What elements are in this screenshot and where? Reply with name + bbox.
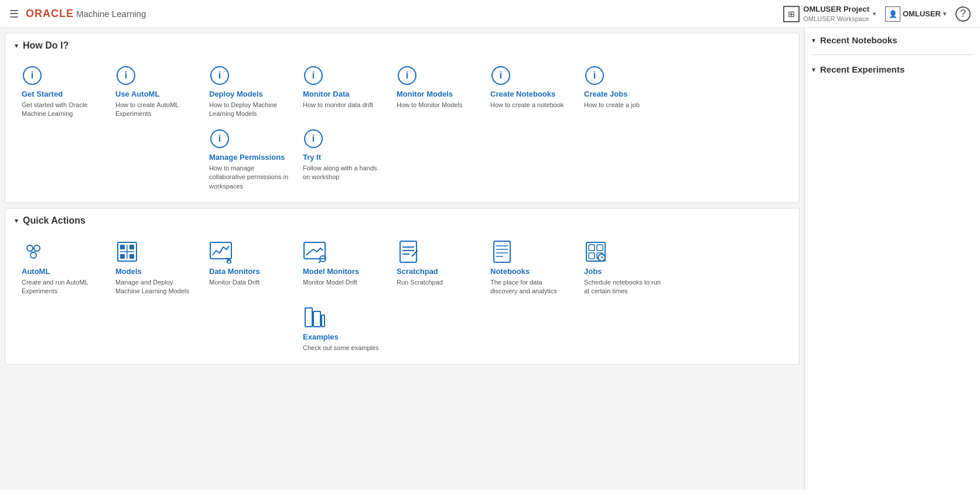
info-icon: i <box>584 65 605 86</box>
svg-point-0 <box>27 245 33 251</box>
how-item-deploy-models[interactable]: i Deploy Models How to Deploy Machine Le… <box>202 60 296 124</box>
project-icon: ⊞ <box>783 6 800 22</box>
how-item-title: Create Jobs <box>584 90 627 98</box>
sidebar-divider <box>812 54 973 55</box>
qa-item-title: Model Monitors <box>303 267 359 276</box>
how-item-get-started[interactable]: i Get Started Get started with Oracle Ma… <box>15 60 108 124</box>
how-item-desc: How to manage collaborative permissions … <box>209 164 289 191</box>
how-item-create-jobs[interactable]: i Create Jobs How to create a job <box>577 60 671 124</box>
project-chevron-icon: ▾ <box>873 11 876 17</box>
how-item-monitor-data[interactable]: i Monitor Data How to monitor data drift <box>296 60 390 124</box>
data-monitors-icon <box>209 240 233 263</box>
qa-item-automl[interactable]: AutoML Create and run AutoML Experiments <box>15 235 108 301</box>
help-button[interactable]: ? <box>955 6 971 22</box>
qa-item-desc: Monitor Data Drift <box>209 278 259 287</box>
qa-item-data-monitors[interactable]: Data Monitors Monitor Data Drift <box>202 235 296 301</box>
recent-notebooks-header[interactable]: ▾ Recent Notebooks <box>812 35 973 45</box>
svg-point-1 <box>34 245 40 251</box>
svg-rect-31 <box>589 253 595 259</box>
project-name: OMLUSER Project <box>803 5 869 15</box>
qa-item-notebooks[interactable]: Notebooks The place for data discovery a… <box>483 235 577 301</box>
qa-item-desc: Check out some examples <box>303 344 379 352</box>
how-item-title: Create Notebooks <box>490 90 555 98</box>
brand: ORACLE Machine Learning <box>26 8 146 20</box>
quick-actions-header[interactable]: ▾ Quick Actions <box>15 215 790 226</box>
spacer2 <box>15 301 296 357</box>
how-item-desc: How to monitor data drift <box>303 101 373 109</box>
qa-item-desc: Run Scratchpad <box>397 278 443 287</box>
how-do-i-title: How Do I? <box>23 40 69 51</box>
collapse-icon: ▾ <box>15 42 18 50</box>
svg-rect-29 <box>589 245 595 251</box>
header-left: ☰ ORACLE Machine Learning <box>9 8 146 20</box>
info-icon: i <box>209 128 230 149</box>
svg-rect-38 <box>322 315 325 327</box>
how-item-title: Monitor Models <box>397 90 453 98</box>
project-workspace: OMLUSER Workspace <box>803 15 869 23</box>
user-chevron-icon: ▾ <box>943 11 946 17</box>
how-item-desc: How to Monitor Models <box>397 101 463 109</box>
sidebar: ▾ Recent Notebooks ▾ Recent Experiments <box>804 28 980 490</box>
qa-item-desc: Create and run AutoML Experiments <box>22 278 101 296</box>
qa-item-title: Jobs <box>584 267 602 276</box>
svg-rect-37 <box>313 311 320 327</box>
how-item-title: Use AutoML <box>115 90 159 98</box>
qa-item-desc: Manage and Deploy Machine Learning Model… <box>115 278 195 296</box>
qa-item-title: AutoML <box>22 267 50 276</box>
how-item-try-it[interactable]: i Try It Follow along with a hands on wo… <box>296 124 390 196</box>
qa-item-desc: Monitor Model Drift <box>303 278 357 287</box>
user-name: OMLUSER <box>903 9 941 18</box>
info-icon: i <box>115 65 136 86</box>
user-icon: 👤 <box>885 6 900 22</box>
header: ☰ ORACLE Machine Learning ⊞ OMLUSER Proj… <box>0 0 980 28</box>
how-item-desc: Get started with Oracle Machine Learning <box>22 101 101 119</box>
qa-item-examples[interactable]: Examples Check out some examples <box>296 301 390 357</box>
svg-point-14 <box>227 260 231 263</box>
how-item-monitor-models[interactable]: i Monitor Models How to Monitor Models <box>390 60 483 124</box>
qa-item-jobs[interactable]: Jobs Schedule notebooks to run at certai… <box>577 235 671 301</box>
svg-point-2 <box>30 252 36 258</box>
qa-item-title: Data Monitors <box>209 267 260 276</box>
qa-item-models[interactable]: Models Manage and Deploy Machine Learnin… <box>108 235 202 301</box>
how-do-i-grid: i Get Started Get started with Oracle Ma… <box>15 60 790 196</box>
how-item-desc: Follow along with a hands on workshop <box>303 164 383 182</box>
info-icon: i <box>397 65 418 86</box>
spacer <box>15 124 202 196</box>
svg-rect-23 <box>494 241 510 262</box>
how-do-i-section: ▾ How Do I? i Get Started Get started wi… <box>5 33 800 203</box>
how-item-desc: How to create a notebook <box>490 101 564 109</box>
svg-rect-30 <box>597 245 603 251</box>
qa-item-title: Scratchpad <box>397 267 438 276</box>
quick-actions-grid: AutoML Create and run AutoML Experiments <box>15 235 790 357</box>
how-item-title: Deploy Models <box>209 90 263 98</box>
qa-item-desc: Schedule notebooks to run at certain tim… <box>584 278 664 296</box>
header-right: ⊞ OMLUSER Project OMLUSER Workspace ▾ 👤 … <box>783 5 971 23</box>
user-menu[interactable]: 👤 OMLUSER ▾ <box>885 6 946 22</box>
recent-experiments-header[interactable]: ▾ Recent Experiments <box>812 64 973 74</box>
scratchpad-icon <box>397 240 420 263</box>
info-icon: i <box>490 65 511 86</box>
layout: ▾ How Do I? i Get Started Get started wi… <box>0 28 980 490</box>
qa-item-model-monitors[interactable]: Model Monitors Monitor Model Drift <box>296 235 390 301</box>
how-item-create-notebooks[interactable]: i Create Notebooks How to create a noteb… <box>483 60 577 124</box>
svg-rect-36 <box>305 308 312 327</box>
qa-item-title: Examples <box>303 333 339 341</box>
how-item-automl[interactable]: i Use AutoML How to create AutoML Experi… <box>108 60 202 124</box>
project-selector[interactable]: ⊞ OMLUSER Project OMLUSER Workspace ▾ <box>783 5 876 23</box>
how-item-desc: How to create AutoML Experiments <box>115 101 195 119</box>
hamburger-menu[interactable]: ☰ <box>9 8 19 20</box>
qa-item-scratchpad[interactable]: Scratchpad Run Scratchpad <box>390 235 483 301</box>
models-icon <box>115 240 139 263</box>
how-item-manage-permissions[interactable]: i Manage Permissions How to manage colla… <box>202 124 296 196</box>
qa-item-title: Models <box>115 267 142 276</box>
how-do-i-header[interactable]: ▾ How Do I? <box>15 40 790 51</box>
brand-oracle: ORACLE <box>26 8 74 20</box>
svg-rect-9 <box>120 254 125 259</box>
svg-rect-8 <box>129 245 134 249</box>
how-item-title: Manage Permissions <box>209 153 285 162</box>
how-item-title: Monitor Data <box>303 90 349 98</box>
qa-item-desc: The place for data discovery and analyti… <box>490 278 570 296</box>
info-icon: i <box>303 128 324 149</box>
brand-ml: Machine Learning <box>76 9 146 19</box>
jobs-icon <box>584 240 607 263</box>
